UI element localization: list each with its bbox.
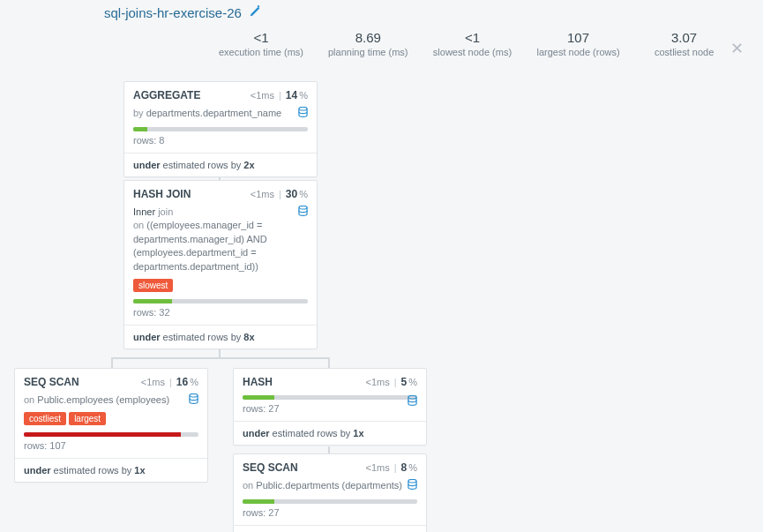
plan-title-text: sql-joins-hr-exercise-26 (104, 5, 242, 20)
node-name: SEQ SCAN (24, 376, 141, 388)
node-name: HASH JOIN (133, 188, 251, 200)
node-footer: under estimated rows by 1x (234, 421, 426, 445)
svg-point-0 (299, 107, 307, 110)
connector (111, 357, 330, 359)
stat-plan-time: 8.69 planning time (ms) (328, 30, 408, 57)
database-icon[interactable] (298, 206, 308, 219)
node-rows: rows: 27 (243, 403, 417, 414)
stats-bar: <1 execution time (ms) 8.69 planning tim… (219, 30, 724, 57)
stat-costliest: 3.07 costliest node (645, 30, 724, 57)
node-footer: under estimated rows by 1x (234, 525, 426, 532)
node-detail: on Public.departments (departments) (243, 479, 417, 492)
stat-largest: 107 largest node (rows) (536, 30, 619, 57)
node-rows: rows: 8 (133, 135, 308, 146)
plan-canvas: sql-joins-hr-exercise-26 <1 execution ti… (0, 0, 763, 532)
node-name: SEQ SCAN (243, 461, 365, 474)
stat-slowest: <1 slowest node (ms) (432, 30, 512, 57)
node-time: <1ms (251, 189, 274, 199)
tag-largest: largest (69, 412, 106, 425)
node-bar (243, 395, 417, 400)
node-time: <1ms (141, 377, 165, 387)
node-aggregate[interactable]: AGGREGATE <1ms | 14% by departments.depa… (123, 81, 318, 177)
database-icon[interactable] (408, 479, 417, 492)
node-time: <1ms (251, 90, 274, 101)
node-pct: 30 (286, 188, 297, 200)
node-tags: costliestlargest (24, 412, 198, 425)
node-rows: rows: 107 (24, 440, 198, 451)
svg-point-3 (408, 395, 416, 399)
node-name: HASH (243, 376, 365, 388)
svg-point-1 (299, 206, 307, 209)
node-bar (133, 299, 308, 303)
node-detail: by departments.department_name (133, 107, 308, 120)
node-rows: rows: 27 (243, 507, 417, 518)
node-pct: 5 (401, 376, 408, 388)
node-pct: 8 (401, 461, 408, 474)
node-footer: under estimated rows by 8x (124, 325, 317, 348)
pencil-icon[interactable] (249, 5, 261, 20)
node-detail: Inner joinon ((employees.manager_id = de… (133, 206, 308, 273)
database-icon[interactable] (298, 107, 308, 120)
node-name: AGGREGATE (133, 89, 251, 101)
node-seq-scan-departments[interactable]: SEQ SCAN <1ms | 8% on Public.departments… (233, 453, 427, 532)
node-bar (24, 432, 198, 437)
node-detail: on Public.employees (employees) (24, 393, 198, 407)
node-pct: 14 (286, 89, 297, 101)
node-tags: slowest (133, 279, 308, 292)
node-time: <1ms (365, 462, 389, 473)
node-seq-scan-employees[interactable]: SEQ SCAN <1ms | 16% on Public.employees … (14, 368, 208, 483)
database-icon[interactable] (189, 393, 198, 407)
database-icon[interactable] (408, 395, 417, 408)
node-rows: rows: 32 (133, 307, 308, 318)
node-hash[interactable]: HASH <1ms | 5% rows: 27 under estimated … (233, 368, 427, 446)
plan-title: sql-joins-hr-exercise-26 (104, 5, 261, 20)
node-hash-join[interactable]: HASH JOIN <1ms | 30% Inner joinon ((empl… (123, 180, 318, 349)
node-pct: 16 (176, 376, 188, 388)
tag-costliest: costliest (24, 412, 66, 425)
svg-point-2 (190, 393, 198, 397)
stat-exec-time: <1 execution time (ms) (219, 30, 303, 57)
node-footer: under estimated rows by 1x (15, 458, 207, 482)
node-bar (133, 127, 308, 131)
node-time: <1ms (365, 377, 389, 387)
close-icon[interactable]: ✕ (730, 39, 744, 58)
node-bar (243, 499, 417, 504)
tag-slowest: slowest (133, 279, 173, 292)
node-footer: under estimated rows by 2x (124, 153, 317, 176)
svg-point-4 (408, 479, 416, 483)
